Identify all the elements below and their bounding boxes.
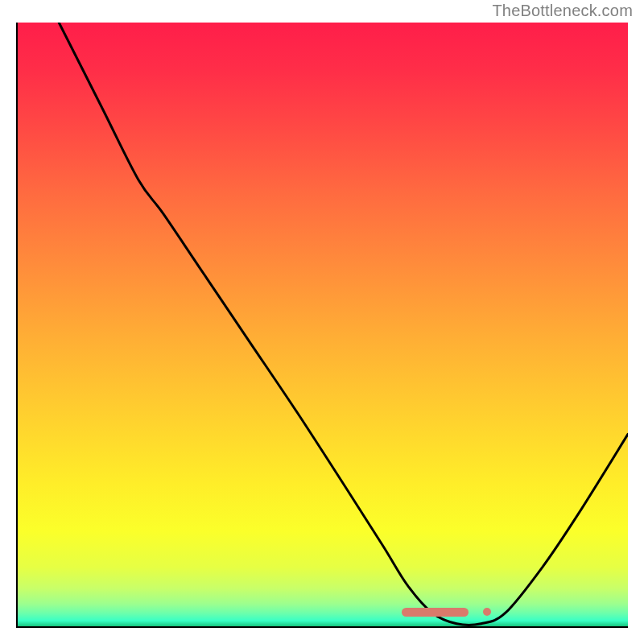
chart-curve [16,23,628,628]
x-axis-line [16,626,628,628]
optimal-range-marker [402,608,469,617]
attribution-text: TheBottleneck.com [492,2,633,20]
chart-plot-area [16,23,628,628]
y-axis-line [16,23,18,628]
